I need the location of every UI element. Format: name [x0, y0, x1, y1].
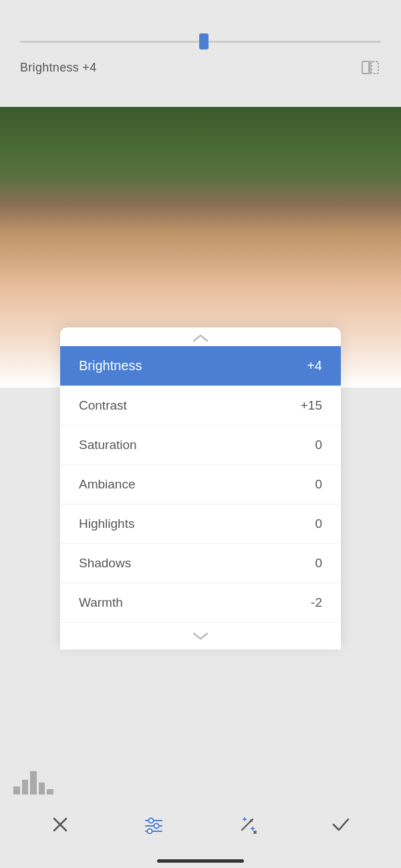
- svg-point-10: [148, 829, 152, 834]
- slider-area: Brightness +4: [0, 0, 401, 107]
- slider-thumb[interactable]: [199, 33, 209, 49]
- item-name-shadows: Shadows: [79, 556, 131, 571]
- item-value-contrast: +15: [301, 398, 322, 413]
- auto-enhance-button[interactable]: [231, 808, 264, 841]
- home-indicator: [157, 859, 244, 863]
- item-value-saturation: 0: [315, 438, 322, 452]
- item-value-warmth: -2: [311, 595, 322, 610]
- histogram-icon[interactable]: [13, 768, 53, 794]
- item-value-brightness: +4: [307, 358, 322, 374]
- panel-chevron-down[interactable]: [60, 623, 341, 649]
- hist-bar-5: [47, 789, 53, 794]
- slider-label-row: Brightness +4: [20, 59, 381, 76]
- cancel-button[interactable]: [43, 808, 77, 841]
- svg-point-6: [149, 819, 154, 823]
- panel-item-saturation[interactable]: Saturation 0: [60, 426, 341, 465]
- slider-label: Brightness +4: [20, 61, 96, 75]
- item-name-contrast: Contrast: [79, 398, 127, 413]
- panel-item-ambiance[interactable]: Ambiance 0: [60, 465, 341, 504]
- panel-item-warmth[interactable]: Warmth -2: [60, 583, 341, 623]
- panel-item-shadows[interactable]: Shadows 0: [60, 544, 341, 583]
- item-value-shadows: 0: [315, 556, 322, 571]
- panel-item-brightness[interactable]: Brightness +4: [60, 346, 341, 386]
- hist-bar-3: [30, 771, 37, 794]
- compare-icon[interactable]: [360, 59, 381, 76]
- svg-rect-1: [372, 61, 378, 74]
- item-name-brightness: Brightness: [79, 358, 142, 374]
- item-name-warmth: Warmth: [79, 595, 123, 610]
- item-value-ambiance: 0: [315, 477, 322, 492]
- svg-line-11: [242, 822, 250, 830]
- confirm-button[interactable]: [324, 808, 358, 841]
- hist-bar-2: [22, 780, 29, 794]
- item-value-highlights: 0: [315, 517, 322, 531]
- svg-point-13: [250, 819, 253, 822]
- slider-track-container[interactable]: [20, 31, 381, 51]
- adjust-button[interactable]: [137, 808, 170, 841]
- hist-bar-1: [13, 786, 20, 794]
- panel-item-contrast[interactable]: Contrast +15: [60, 386, 341, 426]
- svg-rect-0: [362, 61, 369, 74]
- svg-point-8: [154, 824, 159, 829]
- item-name-saturation: Saturation: [79, 438, 137, 452]
- adjustment-panel: Brightness +4 Contrast +15 Saturation 0 …: [60, 327, 341, 649]
- slider-fill: [20, 41, 208, 43]
- panel-chevron-up[interactable]: [60, 327, 341, 346]
- slider-track[interactable]: [20, 41, 381, 43]
- item-name-ambiance: Ambiance: [79, 477, 136, 492]
- item-name-highlights: Highlights: [79, 517, 134, 531]
- hist-bar-4: [39, 782, 45, 794]
- bottom-toolbar: [0, 794, 401, 868]
- panel-item-highlights[interactable]: Highlights 0: [60, 504, 341, 544]
